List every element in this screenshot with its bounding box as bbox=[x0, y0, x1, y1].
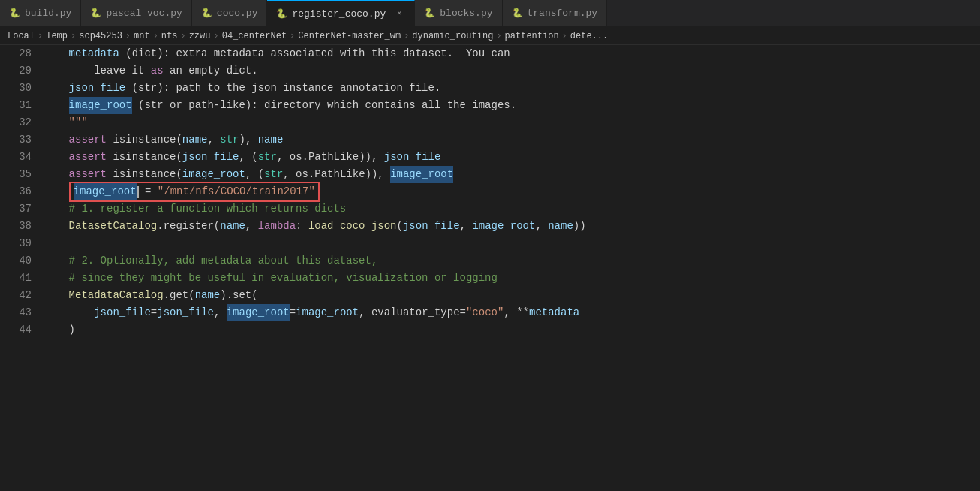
breadcrumb-part: mnt bbox=[134, 31, 150, 41]
tab-pascal-voc[interactable]: 🐍 pascal_voc.py bbox=[81, 0, 191, 26]
line-number: 38 bbox=[6, 218, 32, 235]
tab-register-coco[interactable]: 🐍 register_coco.py × bbox=[267, 0, 415, 26]
code-line-31: image_root (str or path-like): directory… bbox=[44, 97, 980, 114]
python-icon: 🐍 bbox=[512, 8, 523, 19]
code-line-43: json_file=json_file, image_root=image_ro… bbox=[44, 304, 980, 321]
tab-coco[interactable]: 🐍 coco.py bbox=[192, 0, 268, 26]
line-number: 29 bbox=[6, 62, 32, 80]
code-line-32: """ bbox=[44, 114, 980, 131]
line-numbers: 28 29 30 31 32 33 34 35 36 37 38 39 40 4… bbox=[0, 45, 38, 491]
code-line-34: assert isinstance(json_file, (str, os.Pa… bbox=[44, 149, 980, 166]
tab-build[interactable]: 🐍 build.py bbox=[0, 0, 81, 26]
line-number: 41 bbox=[6, 270, 32, 287]
code-content[interactable]: metadata (dict): extra metadata associat… bbox=[38, 45, 980, 491]
line-number: 36 bbox=[6, 183, 32, 200]
line-number: 42 bbox=[6, 287, 32, 304]
breadcrumb-part: dynamic_routing bbox=[412, 31, 493, 41]
code-line-33: assert isinstance(name, str), name bbox=[44, 131, 980, 149]
close-icon[interactable]: × bbox=[393, 8, 405, 20]
line-number: 43 bbox=[6, 304, 32, 321]
breadcrumb-part: pattention bbox=[505, 31, 559, 41]
line-number: 28 bbox=[6, 45, 32, 62]
code-line-41: # since they might be useful in evaluati… bbox=[44, 270, 980, 287]
code-line-38: DatasetCatalog.register(name, lambda: lo… bbox=[44, 218, 980, 235]
code-line-36: image_root = "/mnt/nfs/COCO/train2017" bbox=[44, 183, 980, 200]
code-line-42: MetadataCatalog.get(name).set( bbox=[44, 287, 980, 304]
code-line-35: assert isinstance(image_root, (str, os.P… bbox=[44, 166, 980, 183]
python-icon: 🐍 bbox=[201, 8, 212, 19]
breadcrumb-part: zzwu bbox=[189, 31, 211, 41]
breadcrumb-part: scp45253 bbox=[79, 31, 122, 41]
code-line-29: leave it as an empty dict. bbox=[44, 62, 980, 80]
tab-label: register_coco.py bbox=[292, 8, 386, 20]
tab-label: build.py bbox=[25, 8, 71, 19]
breadcrumb: Local › Temp › scp45253 › mnt › nfs › zz… bbox=[0, 27, 980, 45]
line-number: 30 bbox=[6, 80, 32, 97]
breadcrumb-part: Temp bbox=[46, 31, 68, 41]
code-line-30: json_file (str): path to the json instan… bbox=[44, 80, 980, 97]
python-icon: 🐍 bbox=[276, 8, 287, 20]
code-line-44: ) bbox=[44, 321, 980, 339]
line-number: 34 bbox=[6, 149, 32, 166]
tab-label: coco.py bbox=[217, 8, 258, 19]
code-line-28: metadata (dict): extra metadata associat… bbox=[44, 45, 980, 62]
line-number: 40 bbox=[6, 252, 32, 270]
code-line-37: # 1. register a function which returns d… bbox=[44, 200, 980, 218]
breadcrumb-part: dete... bbox=[570, 31, 608, 41]
line-number: 37 bbox=[6, 200, 32, 218]
line-number: 33 bbox=[6, 131, 32, 149]
python-icon: 🐍 bbox=[9, 8, 20, 19]
line-number: 35 bbox=[6, 166, 32, 183]
python-icon: 🐍 bbox=[90, 8, 101, 19]
tab-transform[interactable]: 🐍 transform.py bbox=[503, 0, 608, 26]
breadcrumb-part: CenterNet-master_wm bbox=[298, 31, 401, 41]
code-line-40: # 2. Optionally, add metadata about this… bbox=[44, 252, 980, 270]
tab-label: pascal_voc.py bbox=[106, 8, 182, 19]
breadcrumb-part: 04_centerNet bbox=[222, 31, 287, 41]
tab-bar: 🐍 build.py 🐍 pascal_voc.py 🐍 coco.py 🐍 r… bbox=[0, 0, 980, 27]
tab-label: transform.py bbox=[528, 8, 598, 19]
line-number: 31 bbox=[6, 97, 32, 114]
code-line-39 bbox=[44, 235, 980, 252]
line-number: 44 bbox=[6, 321, 32, 339]
python-icon: 🐍 bbox=[424, 8, 435, 19]
line-number: 39 bbox=[6, 235, 32, 252]
code-area: 28 29 30 31 32 33 34 35 36 37 38 39 40 4… bbox=[0, 45, 980, 491]
line-number: 32 bbox=[6, 114, 32, 131]
tab-label: blocks.py bbox=[440, 8, 492, 19]
breadcrumb-part: Local bbox=[8, 31, 35, 41]
tab-blocks[interactable]: 🐍 blocks.py bbox=[415, 0, 502, 26]
breadcrumb-part: nfs bbox=[161, 31, 178, 41]
